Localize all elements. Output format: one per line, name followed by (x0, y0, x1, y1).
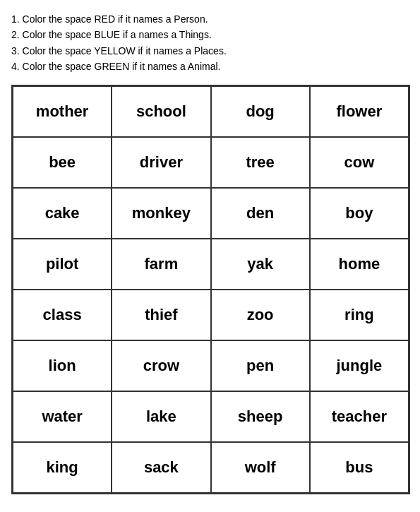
word-cell[interactable]: class (13, 290, 112, 340)
word-cell[interactable]: lion (13, 340, 112, 391)
word-cell[interactable]: boy (310, 188, 409, 239)
instructions-block: 1. Color the space RED if it names a Per… (11, 11, 409, 75)
word-cell[interactable]: mother (13, 86, 112, 137)
word-cell[interactable]: sheep (211, 391, 310, 442)
word-cell[interactable]: thief (112, 290, 210, 340)
word-cell[interactable]: crow (112, 340, 210, 391)
word-cell[interactable]: zoo (211, 290, 310, 340)
word-cell[interactable]: bus (310, 442, 409, 493)
instruction-2: 2. Color the space BLUE if a names a Thi… (11, 27, 409, 42)
word-cell[interactable]: pen (211, 340, 310, 391)
word-cell[interactable]: pilot (13, 239, 112, 290)
instruction-1: 1. Color the space RED if it names a Per… (11, 11, 409, 27)
word-cell[interactable]: farm (112, 239, 210, 290)
word-cell[interactable]: jungle (310, 340, 409, 391)
word-cell[interactable]: ring (310, 290, 409, 340)
word-cell[interactable]: yak (211, 239, 310, 290)
word-cell[interactable]: cow (310, 137, 409, 188)
word-cell[interactable]: monkey (112, 188, 210, 239)
word-grid: motherschooldogflowerbeedrivertreecowcak… (11, 85, 410, 494)
word-cell[interactable]: flower (310, 86, 409, 137)
word-cell[interactable]: water (13, 391, 112, 442)
word-cell[interactable]: king (13, 442, 112, 493)
word-cell[interactable]: bee (13, 137, 112, 188)
word-cell[interactable]: dog (211, 86, 310, 137)
word-cell[interactable]: home (310, 239, 409, 290)
word-cell[interactable]: teacher (310, 391, 409, 442)
word-cell[interactable]: school (112, 86, 210, 137)
instruction-3: 3. Color the space YELLOW if it names a … (11, 43, 409, 59)
word-cell[interactable]: lake (112, 391, 210, 442)
word-cell[interactable]: cake (13, 188, 112, 239)
word-cell[interactable]: wolf (211, 442, 310, 493)
word-cell[interactable]: den (211, 188, 310, 239)
instruction-4: 4. Color the space GREEN if it names a A… (11, 59, 409, 74)
word-cell[interactable]: sack (112, 442, 210, 493)
word-cell[interactable]: driver (112, 137, 210, 188)
word-cell[interactable]: tree (211, 137, 310, 188)
